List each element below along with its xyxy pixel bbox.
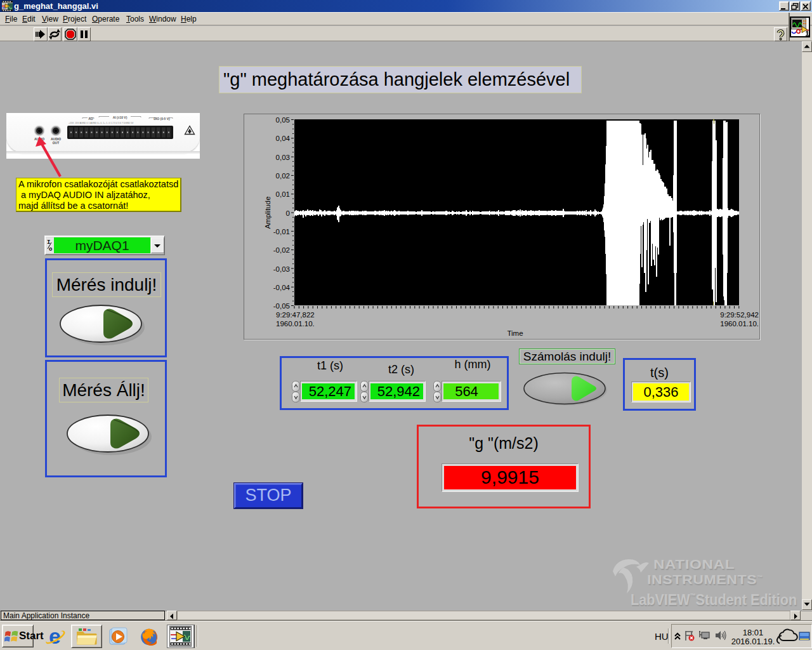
svg-text:-0,01: -0,01 (273, 228, 290, 235)
svg-text:1960.01.10.: 1960.01.10. (276, 320, 315, 328)
svg-text:AI (±10 V): AI (±10 V) (113, 116, 128, 119)
svg-text:+15V -15V AGND 0 1 AGND 0+ 0: +15V -15V AGND 0 1 AGND 0+ 0- 1+ 1- 0 1 … (69, 122, 134, 124)
svg-text:1960.01.10.: 1960.01.10. (720, 320, 759, 328)
svg-text:Time: Time (507, 329, 523, 337)
svg-text:e: e (49, 627, 61, 647)
svg-text:0,01: 0,01 (276, 190, 290, 198)
svg-text:9:29:47,822: 9:29:47,822 (276, 311, 315, 319)
svg-text:0,03: 0,03 (276, 154, 290, 161)
svg-text:-0,04: -0,04 (273, 284, 291, 291)
svg-text:0,04: 0,04 (276, 135, 291, 142)
svg-text:AO: AO (88, 117, 93, 121)
svg-text:0,02: 0,02 (276, 172, 290, 180)
svg-text:-0,05: -0,05 (273, 302, 290, 310)
svg-text:0: 0 (286, 209, 290, 217)
svg-text:-0,03: -0,03 (273, 265, 290, 273)
svg-text:o: o (49, 246, 52, 253)
svg-text:0,05: 0,05 (276, 116, 290, 124)
svg-text:9:29:52,942: 9:29:52,942 (720, 311, 759, 319)
svg-text:Amplitude: Amplitude (264, 196, 272, 229)
svg-text:DIO (0-5 V): DIO (0-5 V) (154, 117, 170, 121)
svg-text:-0,02: -0,02 (273, 246, 290, 254)
